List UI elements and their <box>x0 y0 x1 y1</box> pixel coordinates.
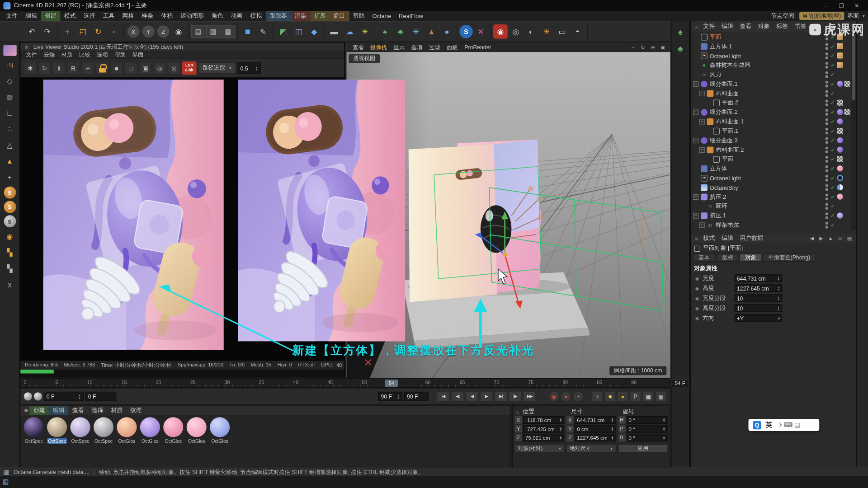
tag-list[interactable] <box>837 184 851 190</box>
material-thumbnail[interactable]: OctSpec <box>23 417 45 444</box>
render-picture-viewer-button[interactable]: ▥ <box>206 25 221 38</box>
lv-lock-button[interactable] <box>96 62 108 75</box>
purple-tag[interactable] <box>837 118 843 124</box>
end-frame-field[interactable]: 90 F ▲▼ <box>378 392 402 401</box>
stepper[interactable]: ▲▼ <box>777 306 780 311</box>
menu-tracker[interactable]: 跟踪器 <box>266 11 291 21</box>
spline-pen-button[interactable]: ✎ <box>256 24 271 39</box>
symmetry-button[interactable]: ◫ <box>291 24 306 39</box>
visibility-dots[interactable] <box>826 127 828 134</box>
checker-tag[interactable] <box>844 109 850 115</box>
material-sphere[interactable] <box>71 417 90 437</box>
attribute-value-field[interactable]: 644.731 cm ▲▼ ▾ <box>735 274 782 282</box>
visibility-dots[interactable] <box>826 146 828 153</box>
hamburger-icon[interactable]: ≡ <box>693 235 700 242</box>
expander-toggle[interactable]: − <box>693 137 698 143</box>
tab-basic[interactable]: 基本 <box>693 253 715 262</box>
current-frame-field[interactable]: 54 F <box>671 379 689 387</box>
material-thumbnail[interactable]: OctGlos <box>185 417 208 444</box>
texture-mode-button[interactable]: ▨ <box>3 90 17 104</box>
octane-hdri-button[interactable]: ◐ <box>524 24 538 39</box>
expander-toggle[interactable]: − <box>693 109 698 115</box>
tag-list[interactable] <box>837 165 851 171</box>
record-position-toggle[interactable]: ＋ <box>592 391 603 402</box>
goto-end-button[interactable]: ▶▶ <box>523 391 536 402</box>
record-pla-toggle[interactable]: ▦ <box>643 391 654 402</box>
start-frame-value[interactable]: 0 F <box>85 392 117 401</box>
primitive-cube-button[interactable]: ■ <box>240 24 255 39</box>
object-row[interactable]: − 挤压.1 ✓ <box>691 211 851 221</box>
keyframe-ball-icon-2[interactable] <box>34 392 42 400</box>
vp-menu-filter[interactable]: 过滤 <box>426 42 443 52</box>
object-row[interactable]: − 布料曲面.2 ✓ <box>691 145 851 155</box>
next-frame-button[interactable]: ▶| <box>494 391 507 402</box>
object-row[interactable]: + 样条布尔 ✓ <box>691 220 851 230</box>
plant-palette-button[interactable]: ♣ <box>674 42 686 54</box>
render-settings-button[interactable]: ▦ <box>221 25 236 38</box>
tag-list[interactable] <box>837 194 851 200</box>
workplane-mode-button[interactable]: ∟ <box>3 106 17 120</box>
menu-mograph[interactable]: 运动图形 <box>177 11 208 21</box>
plant-button[interactable]: ♣ <box>393 24 408 39</box>
enabled-check-icon[interactable]: ✓ <box>830 62 835 68</box>
lv-menu-interface[interactable]: 界面 <box>129 51 146 59</box>
kernel-select[interactable]: 路径追踪 ▾ <box>198 62 236 73</box>
floor-button[interactable]: ▬ <box>326 24 341 39</box>
enable-axis-button[interactable]: + <box>3 170 17 184</box>
samples-field[interactable]: 0.5 ▲▼ <box>237 62 260 73</box>
menu-extensions[interactable]: 扩展 <box>310 11 330 21</box>
anim-dot-icon[interactable]: ◉ <box>695 306 700 311</box>
model-mode-button[interactable]: ◇ <box>3 74 17 88</box>
enabled-check-icon[interactable]: ✓ <box>830 137 835 143</box>
object-row[interactable]: − 布料曲面 ✓ <box>691 89 851 98</box>
mm-menu-material[interactable]: 材质 <box>107 406 127 415</box>
menu-select[interactable]: 选择 <box>80 11 99 21</box>
z-axis-lock-button[interactable]: Z <box>157 25 170 38</box>
paint-bucket-button[interactable]: ◉ <box>3 230 17 244</box>
coordinate-system-button[interactable]: ◉ <box>171 24 186 39</box>
redo-button[interactable]: ↷ <box>40 24 55 39</box>
anim-dot-icon[interactable]: ◉ <box>695 286 700 291</box>
timeline-ruler[interactable]: 0510152025303540455060657075808590 54 <box>20 379 670 388</box>
material-thumbnail[interactable]: OctGlos <box>116 417 138 444</box>
pink-tag[interactable] <box>837 165 843 171</box>
menu-realflow[interactable]: RealFlow <box>395 11 427 21</box>
enabled-check-icon[interactable]: ✓ <box>830 166 835 171</box>
forest-palette-button[interactable]: ♠ <box>674 25 686 38</box>
enabled-check-icon[interactable]: ✓ <box>830 222 835 228</box>
lv-film-region-button[interactable]: ▣ <box>139 62 151 75</box>
menu-mesh[interactable]: 网格 <box>118 11 138 21</box>
menu-character[interactable]: 角色 <box>208 11 227 21</box>
visibility-dots[interactable] <box>826 99 828 106</box>
tag-list[interactable] <box>837 146 851 152</box>
ime-logo-icon[interactable]: Q <box>753 421 761 429</box>
object-row[interactable]: 立方体 ✓ <box>691 164 851 173</box>
interface-menu[interactable]: 界面 <box>848 12 859 20</box>
undo-button[interactable]: ↶ <box>24 24 39 39</box>
lv-menu-materials[interactable]: 材质 <box>58 51 76 59</box>
enabled-check-icon[interactable]: ✓ <box>830 213 835 218</box>
volume-builder-button[interactable]: ◆ <box>307 24 321 39</box>
end-frame-value[interactable]: 90 F <box>404 392 429 401</box>
tab-phong[interactable]: 平滑着色(Phong) <box>763 253 816 262</box>
object-row[interactable]: − 细分曲面.2 ✓ <box>691 108 851 117</box>
object-row[interactable]: − 挤压.2 ✓ <box>691 192 851 202</box>
enabled-check-icon[interactable]: ✓ <box>830 53 835 58</box>
octane-ball-button-2[interactable]: S <box>4 201 16 213</box>
material-sphere[interactable] <box>210 417 230 437</box>
lavender-tag[interactable] <box>837 212 843 218</box>
purple-tag[interactable] <box>837 81 843 87</box>
enabled-check-icon[interactable]: ✓ <box>830 128 835 133</box>
visibility-dots[interactable] <box>826 80 828 87</box>
current-frame-marker[interactable]: 54 <box>385 380 398 387</box>
light-button[interactable]: ☀ <box>358 24 373 39</box>
material-sphere[interactable] <box>140 417 160 437</box>
checker-tag[interactable] <box>837 128 843 134</box>
rotate-tool-button[interactable]: ↻ <box>91 24 106 39</box>
lv-pick-material-button[interactable]: ◎ <box>168 62 180 75</box>
enabled-check-icon[interactable]: ✓ <box>830 72 835 77</box>
material-thumbnail[interactable]: OctGlos <box>209 417 231 444</box>
lv-region-button[interactable]: □ <box>125 62 137 75</box>
om-menu-bookmarks[interactable]: 书签 <box>791 21 809 32</box>
purple-tag[interactable] <box>837 109 843 115</box>
